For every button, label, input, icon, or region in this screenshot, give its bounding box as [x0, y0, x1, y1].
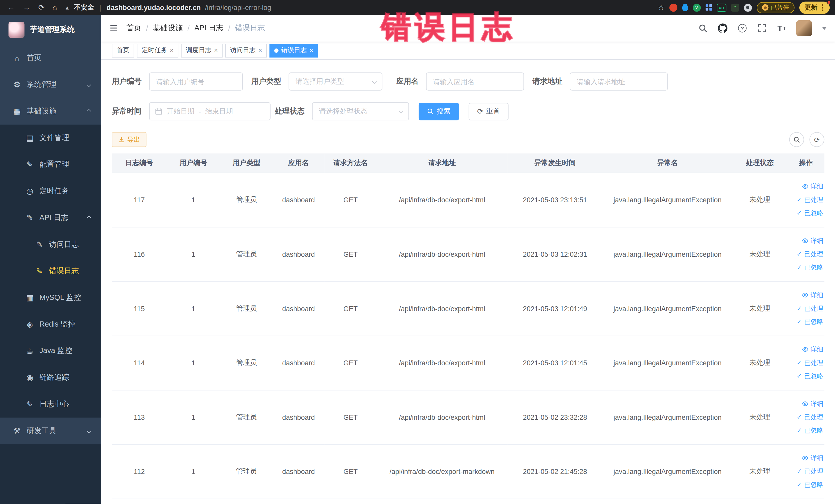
search-button[interactable]: 搜索: [419, 102, 459, 120]
ignore-link[interactable]: ✓已忽略: [791, 369, 823, 383]
close-icon[interactable]: ×: [170, 47, 174, 54]
processed-link[interactable]: ✓已处理: [791, 302, 823, 315]
ignore-link[interactable]: ✓已忽略: [791, 424, 823, 437]
detail-link[interactable]: 详细: [791, 451, 823, 465]
browser-update-button[interactable]: 更新: [799, 1, 830, 14]
home-icon[interactable]: ⌂: [53, 3, 57, 12]
sidebar-item-java-monitor[interactable]: ☕ Java 监控: [0, 338, 101, 364]
detail-link[interactable]: 详细: [791, 234, 823, 247]
ignore-link[interactable]: ✓已忽略: [791, 315, 823, 328]
error-log-table: 日志编号 用户编号 用户类型 应用名 请求方法名 请求地址 异常发生时间 异常名…: [112, 153, 824, 499]
processed-link[interactable]: ✓已处理: [791, 247, 823, 261]
user-no-input[interactable]: [149, 73, 243, 90]
extension-sprout-icon[interactable]: ⌃: [731, 3, 739, 11]
back-icon[interactable]: ←: [7, 3, 15, 12]
sidebar-item-access-log[interactable]: ✎ 访问日志: [0, 231, 101, 258]
check-icon: ✓: [797, 478, 802, 491]
extension-drop-icon[interactable]: [682, 4, 688, 11]
ignore-link[interactable]: ✓已忽略: [791, 478, 823, 491]
sidebar-item-error-log[interactable]: ✎ 错误日志: [0, 258, 101, 284]
check-icon: ✓: [797, 424, 802, 437]
extension-adblock-icon[interactable]: [669, 3, 677, 11]
ignore-link[interactable]: ✓已忽略: [791, 206, 823, 220]
ignore-link[interactable]: ✓已忽略: [791, 261, 823, 274]
sidebar-item-trace[interactable]: ◉ 链路追踪: [0, 364, 101, 391]
sidebar-item-config-mgmt[interactable]: ✎ 配置管理: [0, 151, 101, 178]
detail-link[interactable]: 详细: [791, 397, 823, 410]
sidebar-item-file-mgmt[interactable]: ▤ 文件管理: [0, 124, 101, 151]
reset-button[interactable]: ⟳ 重置: [469, 102, 509, 120]
help-icon[interactable]: ?: [737, 23, 748, 33]
sidebar-item-log-center[interactable]: ✎ 日志中心: [0, 391, 101, 418]
tab-schedule-log[interactable]: 调度日志 ×: [181, 43, 223, 57]
tab-label: 访问日志: [230, 46, 256, 55]
forward-icon[interactable]: →: [23, 3, 30, 12]
sidebar-item-dashboard[interactable]: ⌂ 首页: [0, 45, 101, 72]
user-avatar[interactable]: [796, 20, 812, 36]
app-name-input[interactable]: [426, 73, 524, 90]
check-icon: ✓: [797, 410, 802, 424]
extension-grid-icon[interactable]: [705, 4, 712, 11]
tab-access-log[interactable]: 访问日志 ×: [225, 43, 267, 57]
cell-user-id: 1: [167, 336, 220, 390]
processed-link[interactable]: ✓已处理: [791, 410, 823, 424]
breadcrumb-item[interactable]: 首页: [126, 23, 141, 33]
tab-home[interactable]: 首页: [112, 43, 134, 57]
cell-status: 未处理: [732, 173, 787, 227]
sidebar-toggle-icon[interactable]: ☰: [109, 23, 118, 34]
chevron-down-icon[interactable]: [822, 27, 827, 29]
cell-log-id: 115: [112, 281, 167, 336]
tab-scheduled-tasks[interactable]: 定时任务 ×: [137, 43, 178, 57]
github-icon[interactable]: [717, 23, 728, 33]
request-url-label: 请求地址: [533, 77, 563, 86]
font-size-icon[interactable]: TT: [776, 23, 787, 33]
processed-link[interactable]: ✓已处理: [791, 465, 823, 478]
close-icon[interactable]: ×: [214, 47, 218, 54]
sidebar-item-dev-tools[interactable]: ⚒ 研发工具: [0, 418, 101, 444]
address-bar[interactable]: ▲ 不安全 | dashboard.yudao.iocoder.cn/infra…: [64, 3, 652, 12]
reload-icon[interactable]: ⟳: [38, 3, 44, 12]
col-log-id: 日志编号: [112, 153, 167, 173]
check-icon: ✓: [797, 465, 802, 478]
cell-request-url: /api/infra/db-doc/export-markdown: [377, 444, 507, 499]
extension-paw-icon[interactable]: [744, 3, 752, 11]
sidebar-item-system-mgmt[interactable]: ⚙ 系统管理: [0, 72, 101, 98]
fullscreen-icon[interactable]: [757, 23, 767, 33]
cell-actions: 详细 ✓已处理 ✓已忽略: [787, 444, 824, 499]
exception-time-range-picker[interactable]: 开始日期 - 结束日期: [149, 102, 270, 120]
processed-link[interactable]: ✓已处理: [791, 193, 823, 206]
sidebar-item-infrastructure[interactable]: ▦ 基础设施: [0, 98, 101, 125]
breadcrumb-separator: /: [188, 24, 190, 32]
toggle-search-button[interactable]: [789, 132, 804, 147]
request-url-input[interactable]: [570, 73, 668, 90]
cell-user-type: 管理员: [220, 444, 273, 499]
refresh-table-button[interactable]: ⟳: [809, 132, 824, 147]
sidebar-item-api-log[interactable]: ✎ API 日志: [0, 205, 101, 231]
detail-link[interactable]: 详细: [791, 288, 823, 302]
close-icon[interactable]: ×: [309, 47, 313, 54]
process-status-select[interactable]: 请选择处理状态: [312, 102, 409, 120]
search-icon[interactable]: [698, 23, 708, 33]
close-icon[interactable]: ×: [258, 47, 262, 54]
detail-link[interactable]: 详细: [791, 180, 823, 193]
table-row: 117 1 管理员 dashboard GET /api/infra/db-do…: [112, 173, 824, 227]
tab-error-log[interactable]: 错误日志 ×: [269, 43, 318, 57]
sidebar-item-redis-monitor[interactable]: ◈ Redis 监控: [0, 311, 101, 338]
cell-log-id: 116: [112, 227, 167, 281]
breadcrumb-item[interactable]: API 日志: [194, 23, 223, 33]
cell-status: 未处理: [732, 336, 787, 390]
bookmark-star-icon[interactable]: ☆: [658, 3, 664, 12]
export-button[interactable]: 导出: [112, 132, 147, 147]
extension-on-badge[interactable]: on: [717, 3, 726, 11]
tampermonkey-paused-badge[interactable]: 已暂停: [756, 2, 794, 13]
doc-icon: ✎: [33, 266, 46, 276]
app-logo: 芋道管理系统: [0, 15, 101, 45]
user-type-select[interactable]: 请选择用户类型: [288, 73, 382, 90]
processed-link[interactable]: ✓已处理: [791, 356, 823, 369]
sidebar-item-mysql-monitor[interactable]: ▦ MySQL 监控: [0, 284, 101, 311]
sidebar-item-scheduled-tasks[interactable]: ◷ 定时任务: [0, 178, 101, 205]
breadcrumb-item[interactable]: 基础设施: [153, 23, 183, 33]
detail-link[interactable]: 详细: [791, 343, 823, 356]
browser-menu-icon[interactable]: [822, 7, 823, 8]
extension-v-icon[interactable]: V: [693, 3, 700, 11]
